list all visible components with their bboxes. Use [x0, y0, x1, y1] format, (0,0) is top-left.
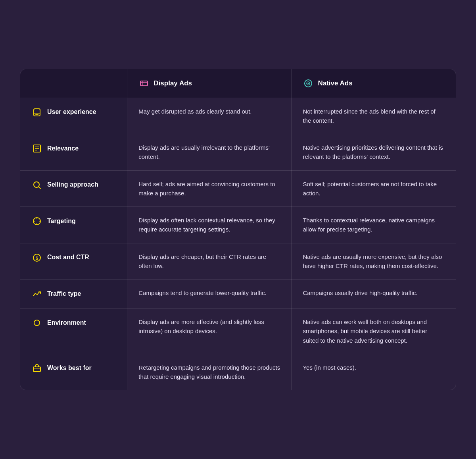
- native-cell-0: Not interrupted since the ads blend with…: [292, 98, 456, 134]
- feature-cell-0: User experience: [20, 98, 127, 134]
- svg-rect-7: [35, 114, 38, 115]
- feature-icon-0: [31, 107, 42, 118]
- svg-text:$: $: [36, 255, 38, 260]
- feature-icon-7: [31, 363, 42, 374]
- svg-rect-23: [33, 367, 40, 372]
- header-native-ads: Native Ads: [292, 69, 456, 98]
- header-display-ads: Display Ads: [127, 69, 292, 98]
- native-cell-1: Native advertising prioritizes deliverin…: [292, 134, 456, 171]
- feature-cell-4: $ Cost and CTR: [20, 243, 127, 280]
- feature-icon-4: $: [31, 252, 42, 263]
- table-row: Works best forRetargeting campaigns and …: [20, 354, 456, 390]
- display-ads-icon: [138, 78, 150, 89]
- header-native-label: Native Ads: [318, 79, 352, 87]
- display-cell-7: Retargeting campaigns and promoting thos…: [127, 354, 292, 390]
- native-cell-3: Thanks to contextual relevance, native c…: [292, 207, 456, 243]
- feature-label-1: Relevance: [47, 144, 79, 154]
- feature-label-4: Cost and CTR: [47, 253, 89, 262]
- native-ads-icon: [303, 78, 314, 89]
- display-cell-2: Hard sell; ads are aimed at convincing c…: [127, 170, 292, 207]
- native-cell-6: Native ads can work well both on desktop…: [292, 309, 456, 354]
- feature-label-7: Works best for: [47, 363, 92, 373]
- svg-line-14: [39, 187, 41, 189]
- native-cell-2: Soft sell; potential customers are not f…: [292, 170, 456, 207]
- feature-label-5: Traffic type: [47, 289, 81, 299]
- feature-cell-5: Traffic type: [20, 280, 127, 309]
- display-cell-0: May get disrupted as ads clearly stand o…: [127, 98, 292, 134]
- svg-point-5: [308, 83, 309, 84]
- feature-label-2: Selling approach: [47, 180, 98, 190]
- header-feature: [20, 69, 127, 98]
- display-cell-5: Campaigns tend to generate lower-quality…: [127, 280, 292, 309]
- svg-rect-0: [140, 81, 148, 86]
- table-row: RelevanceDisplay ads are usually irrelev…: [20, 134, 456, 171]
- table-row: EnvironmentDisplay ads are more effectiv…: [20, 309, 456, 354]
- display-cell-4: Display ads are cheaper, but their CTR r…: [127, 243, 292, 280]
- feature-label-3: Targeting: [47, 216, 76, 226]
- feature-cell-1: Relevance: [20, 134, 127, 171]
- feature-cell-3: Targeting: [20, 207, 127, 243]
- feature-cell-6: Environment: [20, 309, 127, 354]
- feature-icon-5: [31, 288, 42, 299]
- comparison-table: Display Ads Native Ads: [20, 69, 456, 391]
- display-cell-1: Display ads are usually irrelevant to th…: [127, 134, 292, 171]
- feature-label-6: Environment: [47, 318, 86, 328]
- feature-cell-7: Works best for: [20, 354, 127, 390]
- table-row: Selling approachHard sell; ads are aimed…: [20, 170, 456, 207]
- svg-point-22: [34, 320, 40, 326]
- display-cell-3: Display ads often lack contextual releva…: [127, 207, 292, 243]
- feature-icon-1: [31, 143, 42, 154]
- table-row: Traffic typeCampaigns tend to generate l…: [20, 280, 456, 309]
- table-row: User experienceMay get disrupted as ads …: [20, 98, 456, 134]
- feature-icon-2: [31, 179, 42, 191]
- feature-label-0: User experience: [47, 107, 96, 117]
- header-display-label: Display Ads: [154, 79, 192, 87]
- native-cell-4: Native ads are usually more expensive, b…: [292, 243, 456, 280]
- native-cell-7: Yes (in most cases).: [292, 354, 456, 390]
- feature-cell-2: Selling approach: [20, 170, 127, 207]
- display-cell-6: Display ads are more effective (and slig…: [127, 309, 292, 354]
- native-cell-5: Campaigns usually drive high-quality tra…: [292, 280, 456, 309]
- table-row: $ Cost and CTRDisplay ads are cheaper, b…: [20, 243, 456, 280]
- table-row: TargetingDisplay ads often lack contextu…: [20, 207, 456, 243]
- feature-icon-6: [31, 317, 42, 328]
- feature-icon-3: [31, 216, 42, 227]
